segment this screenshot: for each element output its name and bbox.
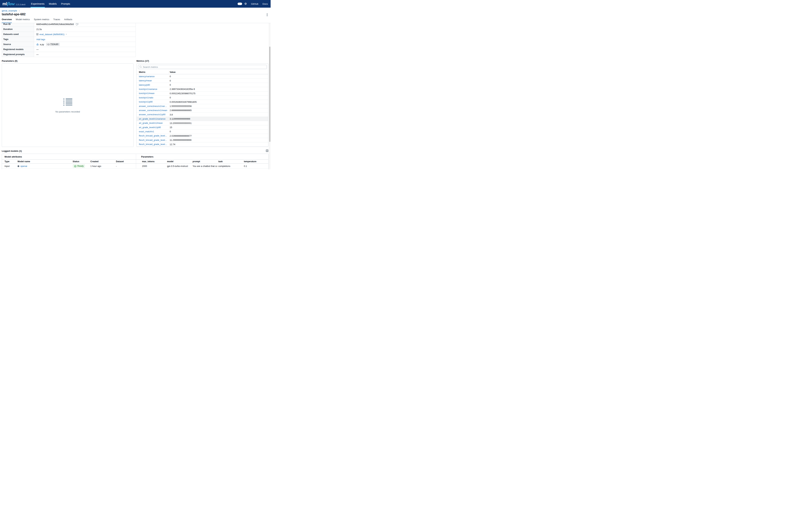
metric-value: 0.0002245230086070175 [167,92,195,95]
task-cell: completions [218,164,230,169]
breadcrumb-experiment-link[interactable]: genai_example [2,9,17,12]
navbar-right: ⚙ GitHub Docs [237,2,268,5]
dataset-caret-icon[interactable]: ▾ [66,33,67,35]
table-row-registered-prompts: Registered prompts — [2,52,136,57]
col-temperature: temperature [244,160,256,163]
col-created: Created [90,160,98,163]
copy-icon[interactable] [76,23,78,25]
duration-value: 21.5s [36,28,42,31]
tab-model-metrics[interactable]: Model metrics [16,18,30,23]
nav-models[interactable]: Models [48,0,57,8]
table-row-source: Source a.py 7324c80 [2,42,136,47]
registered-models-label: Registered models [2,47,34,52]
temperature-cell: 0.1 [244,164,247,169]
run-tabs: Overview Model metrics System metrics Tr… [2,18,76,23]
metric-row: exact_match/v1 0 [137,130,268,134]
parameters-heading: Parameters (0) [2,59,17,62]
columns-settings-icon[interactable] [266,149,269,152]
metric-row: ari_grade_level/v1/variance 3.1199999999… [137,117,268,121]
dataset-table-icon [36,33,38,35]
tab-overview[interactable]: Overview [2,18,12,23]
metric-row: answer_correctness/v1/p90 3.8 [137,113,268,117]
metric-name-link[interactable]: ari_grade_level/v1/p90 [139,126,167,129]
metric-name-link[interactable]: answer_correctness/v1/variance [139,105,167,108]
logged-models-column-headers: Type Model name Status Created Dataset m… [2,160,268,164]
metric-value: 2.6666666666666665 [167,109,192,112]
model-attributes-group-label: Model attributes [4,154,22,160]
tab-system-metrics[interactable]: System metrics [34,18,49,23]
metric-value: 0 [167,79,171,82]
value-column-header: Value [170,71,176,73]
nav-experiments[interactable]: Experiments [31,0,45,8]
created-cell: 1 hour ago [90,164,101,169]
prompt-cell: You are a chatbot that can answ [192,164,217,169]
search-metrics-input[interactable] [143,66,267,68]
source-file-name: a.py [40,43,44,46]
metric-name-link[interactable]: toxicity/v1/mean [139,92,167,94]
scrollbar-thumb[interactable] [269,47,270,142]
metric-row: toxicity/v1/ratio 0 [137,96,268,100]
parameters-group-label: Parameters [141,154,153,160]
version-label: 2.21.3.dev0 [16,3,26,6]
metric-name-link[interactable]: toxicity/v1/variance [139,88,167,90]
metric-name-link[interactable]: flesch_kincaid_grade_level/v1/variance [139,135,167,137]
metric-row: toxicity/v1/p90 0.00026360033079981805 [137,100,268,104]
metric-name-link[interactable]: flesch_kincaid_grade_level/v1/p90 [139,143,167,145]
metric-value: 0 [167,75,171,78]
metrics-search-box [138,65,267,69]
metric-value: 3.119999999999999 [167,118,190,120]
metric-name-link[interactable]: answer_correctness/v1/mean [139,109,167,112]
metric-value: 0 [167,130,171,133]
logo-ml-text: ml [2,2,7,6]
registered-models-value: — [36,48,39,51]
github-link[interactable]: GitHub [251,3,258,5]
commit-badge[interactable]: 7324c80 [46,43,60,46]
metric-value: 13.200000000000001 [167,122,192,124]
logo-flow-text: flow [7,1,15,6]
mlflow-logo[interactable]: ml flow 2.21.3.dev0 [2,1,26,6]
logged-models-panel: Model attributes Parameters Type Model n… [2,154,269,169]
primary-nav: Experiments Models Prompts [31,0,74,8]
metric-name-link[interactable]: answer_correctness/v1/p90 [139,113,167,116]
metric-name-link[interactable]: exact_match/v1 [139,130,167,133]
metric-value: 0 [167,96,171,99]
logged-model-row: Input openai Ready 1 hour ago - 2000 gpt… [2,164,268,169]
theme-toggle[interactable] [237,3,242,5]
metric-value: 2.0266666666666677 [167,135,192,137]
registered-prompts-label: Registered prompts [2,52,34,57]
theme-toggle-knob [237,3,240,5]
add-tags-link[interactable]: Add tags [36,38,45,41]
metric-name-link[interactable]: toxicity/v1/ratio [139,96,167,99]
chevron-right-icon: › [19,9,19,12]
metric-name-link[interactable]: ari_grade_level/v1/mean [139,122,167,124]
tab-artifacts[interactable]: Artifacts [64,18,72,23]
metric-name-link[interactable]: latency/p90 [139,84,167,86]
metric-value: 15 [167,126,172,129]
metric-value: 1.5555555555555556 [167,105,192,108]
model-name-link[interactable]: openai [20,165,27,167]
tab-traces[interactable]: Traces [53,18,60,23]
status-badge: Ready [73,164,85,168]
col-prompt: prompt [192,160,200,163]
kebab-menu-icon[interactable] [266,13,269,17]
metric-name-link[interactable]: ari_grade_level/v1/variance [139,118,167,120]
metric-row: toxicity/v1/mean 0.0002245230086070175 [137,91,268,96]
metric-row: flesch_kincaid_grade_level/v1/p90 12.74 [137,142,268,146]
metric-name-link[interactable]: flesch_kincaid_grade_level/v1/mean [139,139,167,141]
max-tokens-cell: 2000 [142,164,147,169]
dataset-link[interactable]: eval_dataset (8d0b9381) [39,33,64,36]
metric-name-link[interactable]: latency/variance [139,75,167,78]
logged-models-heading: Logged models (1) [2,150,22,152]
docs-link[interactable]: Docs [263,3,268,5]
table-row-run-id: Run ID 68854d6fb2cb4f6f5662fd6dd366d5b5 [2,23,136,27]
logged-models-group-header: Model attributes Parameters [2,154,268,160]
table-row-registered-models: Registered models — [2,47,136,52]
metric-name-link[interactable]: latency/mean [139,79,167,82]
settings-gear-icon[interactable]: ⚙ [244,2,247,5]
duration-label: Duration [2,27,34,32]
metric-value: 0.00026360033079981805 [167,101,196,103]
list-icon [63,98,72,106]
metric-name-link[interactable]: toxicity/v1/p90 [139,101,167,103]
nav-prompts[interactable]: Prompts [61,0,71,8]
model-name-cell: openai [17,164,27,169]
